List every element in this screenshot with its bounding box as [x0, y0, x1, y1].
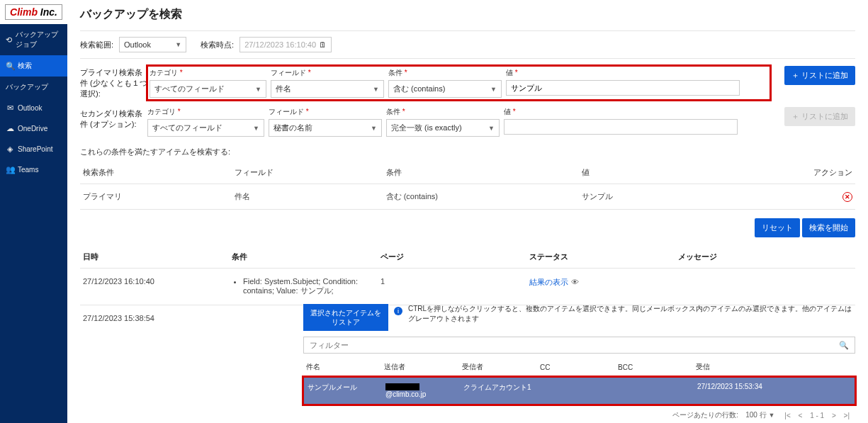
add-primary-button[interactable]: ＋ リストに追加: [784, 66, 855, 85]
nav-backup-job[interactable]: ⟲バックアップジョブ: [0, 24, 67, 55]
pager-first-button[interactable]: |<: [782, 412, 793, 419]
search-time-input[interactable]: 27/12/2023 16:10:40🗓: [239, 37, 332, 52]
secondary-value-input[interactable]: [504, 119, 738, 135]
page-title: バックアップを検索: [80, 7, 855, 22]
pager-range: 1 - 1: [807, 412, 827, 419]
conditions-section-label: これらの条件を満たすアイテムを検索する:: [80, 147, 855, 157]
nav-sharepoint[interactable]: ◈SharePoint: [0, 139, 67, 159]
onedrive-icon: ☁: [6, 124, 14, 133]
primary-value-input[interactable]: [506, 80, 740, 96]
rows-per-page-select[interactable]: 100 行 ▼: [745, 410, 774, 420]
search-time-label: 検索時点:: [201, 40, 234, 50]
teams-icon: 👥: [6, 165, 14, 174]
condition-row: プライマリ 件名 含む (contains) サンプル ✕: [80, 184, 855, 210]
search-icon[interactable]: 🔍: [833, 338, 855, 353]
chevron-down-icon: ▼: [253, 125, 259, 132]
results-table: 件名 送信者 受信者 CC BCC 受信 サンプルメール: [303, 358, 855, 405]
pager-next-button[interactable]: >: [829, 412, 839, 419]
pager-prev-button[interactable]: <: [796, 412, 806, 419]
history-table: 日時 条件 ページ ステータス メッセージ 27/12/2023 16:10:4…: [80, 246, 855, 423]
primary-label: プライマリ検索条件 (少なくとも１つ選択):: [80, 66, 147, 99]
secondary-field-select[interactable]: 秘書の名前▼: [269, 119, 382, 137]
chevron-down-icon: ▼: [255, 86, 261, 93]
nav-backup[interactable]: バックアップ: [0, 77, 67, 98]
result-row-selected[interactable]: サンプルメール @climb.co.jp クライムアカウント1 27/12/20…: [303, 377, 855, 405]
outlook-icon: ✉: [6, 103, 14, 113]
restore-selected-button[interactable]: 選択されたアイテムをリストア: [303, 304, 388, 331]
nav-outlook[interactable]: ✉Outlook: [0, 98, 67, 118]
search-scope-label: 検索範囲:: [80, 40, 113, 50]
info-text: CTRLを押しながらクリックすると、複数のアイテムを選択できます。同じメールボッ…: [408, 304, 855, 324]
logo: Climb Inc.: [0, 0, 67, 24]
show-results-link[interactable]: 結果の表示👁: [529, 278, 579, 286]
info-icon: i: [394, 307, 402, 315]
search-scope-select[interactable]: Outlook▼: [119, 37, 186, 52]
add-secondary-button: ＋ リストに追加: [784, 107, 855, 126]
pager: ページあたりの行数: 100 行 ▼ |< < 1 - 1 > >|: [303, 405, 855, 423]
chevron-down-icon: ▼: [490, 86, 497, 93]
chevron-down-icon: ▼: [768, 412, 774, 419]
primary-category-select[interactable]: すべてのフィールド▼: [150, 80, 266, 98]
pager-last-button[interactable]: >|: [841, 412, 852, 419]
sharepoint-icon: ◈: [6, 145, 14, 154]
search-icon: 🔍: [6, 62, 14, 71]
history-row: 27/12/2023 16:10:40 Field: System.Subjec…: [80, 269, 855, 305]
nav-search[interactable]: 🔍検索: [0, 55, 67, 77]
start-search-button[interactable]: 検索を開始: [802, 218, 855, 237]
chevron-down-icon: ▼: [488, 125, 495, 132]
history-row: 27/12/2023 15:38:54 選択されたアイテムをリストア i CTR…: [80, 305, 855, 424]
conditions-table: 検索条件 フィールド 条件 値 アクション プライマリ 件名 含む (conta…: [80, 162, 855, 210]
nav-onedrive[interactable]: ☁OneDrive: [0, 118, 67, 139]
chevron-down-icon: ▼: [373, 86, 379, 93]
chevron-down-icon: ▼: [175, 41, 181, 48]
remove-condition-button[interactable]: ✕: [842, 192, 852, 202]
primary-field-select[interactable]: 件名▼: [271, 80, 384, 98]
secondary-label: セカンダリ検索条件 (オプション):: [80, 107, 147, 130]
chevron-down-icon: ▼: [371, 125, 377, 132]
primary-highlight: カテゴリ * すべてのフィールド▼ フィールド * 件名▼ 条件 * 含む (c…: [146, 64, 772, 101]
cloud-up-icon: ⟲: [6, 35, 12, 45]
primary-condition-select[interactable]: 含む (contains)▼: [388, 80, 502, 98]
sidebar: Climb Inc. ⟲バックアップジョブ 🔍検索 バックアップ ✉Outloo…: [0, 0, 67, 423]
results-panel: 選択されたアイテムをリストア i CTRLを押しながらクリックすると、複数のアイ…: [303, 304, 855, 423]
results-filter-input[interactable]: [304, 337, 833, 353]
eye-icon: 👁: [571, 278, 579, 286]
redacted-icon: [385, 383, 419, 390]
nav-teams[interactable]: 👥Teams: [0, 159, 67, 180]
calendar-icon: 🗓: [319, 40, 327, 49]
reset-button[interactable]: リセット: [755, 218, 800, 237]
secondary-category-select[interactable]: すべてのフィールド▼: [147, 119, 264, 137]
secondary-condition-select[interactable]: 完全一致 (is exactly)▼: [386, 119, 500, 137]
